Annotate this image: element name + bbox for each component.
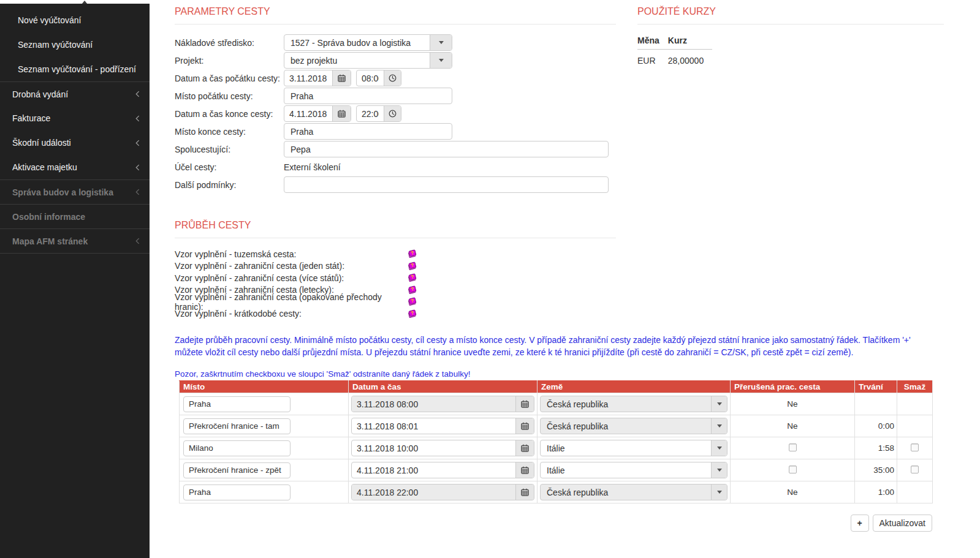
sidebar-item-drobna-vydani[interactable]: Drobná vydání [0, 81, 150, 106]
chevron-left-icon [135, 91, 140, 97]
caret-down-icon [439, 59, 444, 62]
caret-down-icon [439, 41, 444, 44]
nakladove-stredisko-select[interactable]: 1527 - Správa budov a logistika [284, 34, 452, 51]
zeme-select-toggle[interactable] [711, 418, 727, 434]
nakladove-stredisko-label: Nákladové středisko: [175, 38, 284, 48]
datum-calendar-button[interactable] [515, 440, 534, 456]
datum-a-cas-pocatku-cesty-clock-button[interactable] [384, 70, 401, 86]
preruseni-checkbox[interactable] [789, 466, 797, 473]
smaz-cell [897, 393, 933, 415]
datum-calendar-button[interactable] [515, 418, 534, 434]
zeme-select[interactable]: Česká republika [540, 418, 727, 434]
misto-pocatku-cesty-label: Místo počátku cesty: [175, 91, 284, 101]
caret-down-icon [717, 491, 722, 494]
smaz-checkbox[interactable] [911, 466, 919, 473]
sidebar-item-seznam-vyuctovani[interactable]: Seznam vyúčtování [0, 32, 150, 57]
form-row: Spolucestující: [175, 141, 980, 157]
table-row: Itálie35:00 [180, 459, 933, 481]
datum-calendar-button[interactable] [515, 462, 534, 478]
main-content: PARAMETRY CESTY Nákladové středisko:1527… [150, 0, 980, 558]
datum-calendar-button[interactable] [515, 396, 534, 412]
zeme-select-toggle[interactable] [711, 396, 727, 412]
misto-konce-cesty-input[interactable] [284, 123, 452, 140]
datum-date-input[interactable] [352, 440, 515, 456]
help-book-icon[interactable]: ? [408, 309, 417, 319]
sidebar-item-fakturace[interactable]: Fakturace [0, 106, 150, 130]
datum-a-cas-konce-cesty-calendar-button[interactable] [332, 106, 351, 121]
datum-a-cas-konce-cesty-date-input[interactable] [284, 106, 332, 121]
sidebar-item-osobni-informace[interactable]: Osobní informace [0, 204, 150, 228]
trvani-cell: 1:58 [855, 437, 897, 459]
sidebar-item-nove-vyuctovani[interactable]: Nové vyúčtování [0, 8, 150, 32]
datum-a-cas-konce-cesty-time-group [356, 105, 401, 122]
chevron-left-icon [135, 140, 140, 146]
misto-pocatku-cesty-input[interactable] [284, 88, 452, 104]
zeme-select[interactable]: Itálie [540, 440, 727, 456]
datum-a-cas-pocatku-cesty-label: Datum a čas počátku cesty: [175, 74, 284, 83]
datum-a-cas-konce-cesty-date-group [284, 105, 351, 122]
datum-a-cas-pocatku-cesty-time-input[interactable] [357, 70, 384, 86]
datum-cell [349, 481, 537, 503]
update-button[interactable]: Aktualizovat [873, 515, 932, 532]
datum-a-cas-pocatku-cesty-date-input[interactable] [284, 70, 332, 86]
zeme-select[interactable]: Česká republika [540, 396, 727, 412]
caret-down-icon [717, 424, 722, 428]
sidebar-item-mapa-afm-stranek[interactable]: Mapa AFM stránek [0, 228, 150, 253]
preruseni-value: Ne [787, 399, 797, 409]
preruseni-value: Ne [787, 488, 797, 497]
table-row: Česká republikaNe1:00 [180, 481, 933, 503]
caret-down-icon [717, 447, 722, 450]
datum-calendar-button[interactable] [515, 484, 534, 500]
zeme-select[interactable]: Česká republika [540, 484, 727, 500]
trvani-value: 1:58 [878, 443, 894, 453]
datum-a-cas-konce-cesty-time-input[interactable] [357, 106, 384, 121]
misto-input[interactable] [183, 418, 291, 434]
misto-cell [180, 415, 349, 437]
table-row: Itálie1:58 [180, 437, 933, 459]
misto-input[interactable] [183, 440, 291, 456]
sidebar-item-sprava-budov-a-logistika[interactable]: Správa budov a logistika [0, 179, 150, 204]
projekt-select[interactable]: bez projektu [284, 52, 452, 69]
zeme-select-toggle[interactable] [711, 462, 727, 478]
nakladove-stredisko-select-toggle[interactable] [430, 35, 452, 50]
zeme-cell: Česká republika [537, 393, 731, 415]
section-divider [175, 24, 616, 25]
datum-date-input[interactable] [352, 462, 515, 478]
sidebar-item-label: Osobní informace [12, 212, 85, 222]
sidebar-item-seznam-vyuctovani-podrizeni[interactable]: Seznam vyúčtování - podřízení [0, 57, 150, 81]
misto-input[interactable] [183, 462, 291, 478]
field-control [284, 176, 609, 193]
instructions-text: Zadejte průběh pracovní cesty. Minimálně… [175, 334, 930, 358]
help-book-icon[interactable]: ? [408, 297, 417, 306]
datum-cell [349, 393, 537, 415]
spolucestujici-input[interactable] [284, 141, 609, 157]
sidebar-item-skodni-udalosti[interactable]: Škodní události [0, 130, 150, 155]
kurzy-panel: POUŽITÉ KURZY MěnaKurz EUR28,00000 [637, 6, 944, 66]
calendar-icon [521, 422, 529, 430]
help-book-icon[interactable]: ? [408, 249, 417, 258]
chevron-left-icon [135, 115, 140, 122]
sidebar-item-label: Škodní události [12, 138, 71, 148]
datum-a-cas-pocatku-cesty-calendar-button[interactable] [332, 70, 351, 86]
chevron-left-icon [135, 189, 140, 195]
projekt-select-toggle[interactable] [430, 53, 452, 68]
kurzy-table: MěnaKurz EUR28,00000 [637, 33, 712, 66]
ucel-cesty-value: Externí školení [284, 162, 341, 172]
help-book-icon[interactable]: ? [408, 273, 417, 282]
add-row-button[interactable]: + [851, 515, 869, 532]
spolucestujici-label: Spolucestující: [175, 145, 284, 154]
help-book-icon[interactable]: ? [408, 285, 417, 295]
zeme-select[interactable]: Itálie [540, 462, 727, 478]
params-section-head: PARAMETRY CESTY [175, 6, 616, 25]
dalsi-podminky-input[interactable] [284, 176, 609, 193]
datum-date-input[interactable] [352, 418, 515, 434]
sidebar-item-aktivace-majetku[interactable]: Aktivace majetku [0, 155, 150, 179]
help-book-icon[interactable]: ? [408, 262, 417, 271]
prubeh-section-head: PRŮBĚH CESTY [175, 220, 616, 238]
zeme-select-toggle[interactable] [711, 440, 727, 456]
zeme-select-toggle[interactable] [711, 484, 727, 500]
smaz-checkbox[interactable] [911, 443, 919, 451]
params-section-title: PARAMETRY CESTY [175, 6, 616, 17]
preruseni-checkbox[interactable] [789, 443, 797, 451]
datum-a-cas-konce-cesty-clock-button[interactable] [384, 106, 401, 121]
